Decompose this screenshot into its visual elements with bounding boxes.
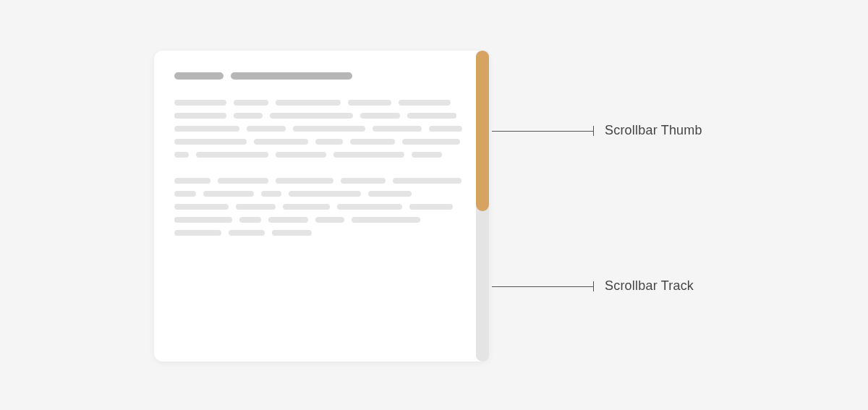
text-line [239, 217, 261, 223]
annotation-tick [593, 126, 594, 136]
text-line [174, 139, 247, 145]
annotation-label-thumb: Scrollbar Thumb [605, 123, 702, 138]
paragraph-placeholder [174, 100, 469, 158]
text-line [174, 191, 196, 197]
annotation-tick [593, 281, 594, 291]
text-line [196, 152, 268, 158]
text-line [174, 113, 226, 119]
text-line [261, 191, 281, 197]
text-line [270, 113, 353, 119]
text-line [236, 204, 276, 210]
text-line [174, 230, 221, 236]
text-line [276, 100, 341, 106]
heading-block [231, 72, 352, 80]
text-line [350, 139, 395, 145]
text-line [429, 126, 462, 132]
scrollbar-thumb[interactable] [476, 51, 489, 211]
text-line [283, 204, 330, 210]
text-line [218, 178, 268, 184]
text-line [247, 126, 286, 132]
text-line [407, 113, 456, 119]
text-line [174, 204, 229, 210]
text-line [272, 230, 312, 236]
text-line [174, 178, 210, 184]
annotation-label-track: Scrollbar Track [605, 278, 694, 294]
text-line [348, 100, 391, 106]
text-line [341, 178, 386, 184]
text-line [174, 100, 226, 106]
text-line [234, 113, 263, 119]
diagram-canvas: Scrollbar Thumb Scrollbar Track [0, 0, 868, 410]
heading-block [174, 72, 224, 80]
text-line [373, 126, 422, 132]
text-line [229, 230, 265, 236]
text-line [399, 100, 451, 106]
heading-placeholder [174, 72, 469, 80]
content-card [154, 51, 489, 362]
text-line [402, 139, 460, 145]
paragraph-placeholder [174, 178, 469, 236]
text-line [289, 191, 361, 197]
text-line [268, 217, 308, 223]
annotation-leader-line [492, 286, 593, 287]
text-line [412, 152, 442, 158]
text-line [174, 217, 232, 223]
text-line [409, 204, 453, 210]
text-line [174, 126, 239, 132]
text-line [234, 100, 268, 106]
text-line [174, 152, 189, 158]
annotation-leader-line [492, 131, 593, 132]
text-line [203, 191, 254, 197]
text-line [315, 217, 344, 223]
text-line [360, 113, 400, 119]
text-line [293, 126, 365, 132]
text-line [333, 152, 404, 158]
text-line [276, 152, 326, 158]
text-line [393, 178, 461, 184]
text-line [276, 178, 333, 184]
text-line [337, 204, 402, 210]
text-line [254, 139, 308, 145]
text-line [315, 139, 343, 145]
text-line [368, 191, 412, 197]
text-line [352, 217, 420, 223]
